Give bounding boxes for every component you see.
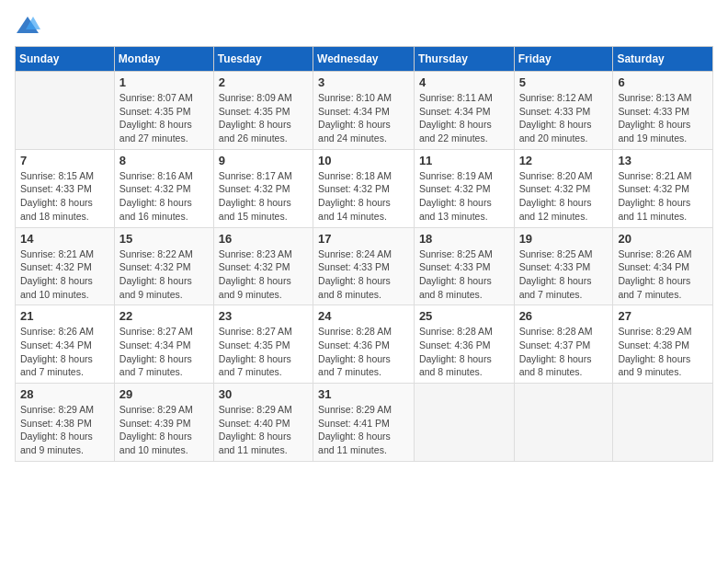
calendar-cell: 2Sunrise: 8:09 AMSunset: 4:35 PMDaylight… — [213, 72, 313, 150]
calendar-cell: 27Sunrise: 8:29 AMSunset: 4:38 PMDayligh… — [613, 305, 713, 384]
calendar-cell: 8Sunrise: 8:16 AMSunset: 4:32 PMDaylight… — [114, 149, 213, 227]
day-info: Sunrise: 8:29 AMSunset: 4:41 PMDaylight:… — [318, 403, 409, 457]
calendar-cell — [414, 384, 514, 462]
day-info: Sunrise: 8:20 AMSunset: 4:32 PMDaylight:… — [519, 169, 609, 224]
day-info: Sunrise: 8:17 AMSunset: 4:32 PMDaylight:… — [219, 169, 308, 224]
day-number: 6 — [618, 75, 708, 89]
calendar-cell: 22Sunrise: 8:27 AMSunset: 4:34 PMDayligh… — [114, 305, 213, 384]
calendar-cell: 19Sunrise: 8:25 AMSunset: 4:33 PMDayligh… — [514, 227, 613, 305]
calendar-week-5: 28Sunrise: 8:29 AMSunset: 4:38 PMDayligh… — [16, 384, 713, 462]
calendar-cell: 13Sunrise: 8:21 AMSunset: 4:32 PMDayligh… — [613, 149, 713, 227]
day-info: Sunrise: 8:27 AMSunset: 4:35 PMDaylight:… — [219, 325, 308, 379]
day-number: 2 — [219, 75, 308, 89]
day-number: 31 — [318, 387, 409, 401]
day-info: Sunrise: 8:28 AMSunset: 4:36 PMDaylight:… — [419, 325, 509, 379]
calendar-cell: 17Sunrise: 8:24 AMSunset: 4:33 PMDayligh… — [313, 227, 415, 305]
day-number: 13 — [618, 154, 708, 167]
logo — [15, 15, 44, 37]
day-info: Sunrise: 8:21 AMSunset: 4:32 PMDaylight:… — [20, 247, 109, 302]
calendar-cell: 3Sunrise: 8:10 AMSunset: 4:34 PMDaylight… — [313, 72, 415, 150]
day-info: Sunrise: 8:26 AMSunset: 4:34 PMDaylight:… — [618, 247, 708, 302]
day-info: Sunrise: 8:25 AMSunset: 4:33 PMDaylight:… — [419, 247, 509, 302]
day-number: 5 — [519, 75, 609, 89]
day-info: Sunrise: 8:29 AMSunset: 4:39 PMDaylight:… — [119, 403, 209, 457]
day-number: 7 — [20, 154, 109, 167]
calendar-cell: 4Sunrise: 8:11 AMSunset: 4:34 PMDaylight… — [414, 72, 514, 150]
weekday-header-friday: Friday — [514, 47, 613, 72]
calendar-cell: 1Sunrise: 8:07 AMSunset: 4:35 PMDaylight… — [114, 72, 213, 150]
day-number: 17 — [318, 232, 409, 246]
day-info: Sunrise: 8:21 AMSunset: 4:32 PMDaylight:… — [618, 169, 708, 224]
day-info: Sunrise: 8:11 AMSunset: 4:34 PMDaylight:… — [419, 91, 509, 145]
weekday-header-tuesday: Tuesday — [213, 47, 313, 72]
calendar-cell: 12Sunrise: 8:20 AMSunset: 4:32 PMDayligh… — [514, 149, 613, 227]
day-number: 15 — [119, 232, 209, 246]
day-info: Sunrise: 8:23 AMSunset: 4:32 PMDaylight:… — [219, 247, 308, 302]
day-number: 22 — [119, 309, 209, 323]
calendar-cell: 23Sunrise: 8:27 AMSunset: 4:35 PMDayligh… — [213, 305, 313, 384]
weekday-header-thursday: Thursday — [414, 47, 514, 72]
calendar-week-1: 1Sunrise: 8:07 AMSunset: 4:35 PMDaylight… — [16, 72, 713, 150]
day-number: 12 — [519, 154, 609, 167]
day-info: Sunrise: 8:15 AMSunset: 4:33 PMDaylight:… — [20, 169, 109, 224]
calendar-cell: 21Sunrise: 8:26 AMSunset: 4:34 PMDayligh… — [16, 305, 115, 384]
weekday-header-row: SundayMondayTuesdayWednesdayThursdayFrid… — [16, 47, 713, 72]
calendar-cell: 20Sunrise: 8:26 AMSunset: 4:34 PMDayligh… — [613, 227, 713, 305]
weekday-header-monday: Monday — [114, 47, 213, 72]
day-number: 20 — [618, 232, 708, 246]
day-info: Sunrise: 8:24 AMSunset: 4:33 PMDaylight:… — [318, 247, 409, 302]
day-info: Sunrise: 8:13 AMSunset: 4:33 PMDaylight:… — [618, 91, 708, 145]
day-info: Sunrise: 8:09 AMSunset: 4:35 PMDaylight:… — [219, 91, 308, 145]
day-info: Sunrise: 8:26 AMSunset: 4:34 PMDaylight:… — [20, 325, 109, 379]
day-info: Sunrise: 8:29 AMSunset: 4:38 PMDaylight:… — [618, 325, 708, 379]
day-info: Sunrise: 8:12 AMSunset: 4:33 PMDaylight:… — [519, 91, 609, 145]
calendar-cell: 5Sunrise: 8:12 AMSunset: 4:33 PMDaylight… — [514, 72, 613, 150]
calendar-cell: 31Sunrise: 8:29 AMSunset: 4:41 PMDayligh… — [313, 384, 415, 462]
calendar-cell: 26Sunrise: 8:28 AMSunset: 4:37 PMDayligh… — [514, 305, 613, 384]
calendar-week-3: 14Sunrise: 8:21 AMSunset: 4:32 PMDayligh… — [16, 227, 713, 305]
calendar-cell: 14Sunrise: 8:21 AMSunset: 4:32 PMDayligh… — [16, 227, 115, 305]
day-info: Sunrise: 8:18 AMSunset: 4:32 PMDaylight:… — [318, 169, 409, 224]
day-number: 30 — [219, 387, 308, 401]
day-number: 10 — [318, 154, 409, 167]
weekday-header-saturday: Saturday — [613, 47, 713, 72]
day-number: 16 — [219, 232, 308, 246]
calendar-cell: 16Sunrise: 8:23 AMSunset: 4:32 PMDayligh… — [213, 227, 313, 305]
day-number: 4 — [419, 75, 509, 89]
day-number: 19 — [519, 232, 609, 246]
weekday-header-wednesday: Wednesday — [313, 47, 415, 72]
weekday-header-sunday: Sunday — [16, 47, 115, 72]
day-number: 1 — [119, 75, 209, 89]
day-info: Sunrise: 8:19 AMSunset: 4:32 PMDaylight:… — [419, 169, 509, 224]
calendar-cell — [16, 72, 115, 150]
calendar-header: SundayMondayTuesdayWednesdayThursdayFrid… — [16, 47, 713, 72]
calendar-cell: 15Sunrise: 8:22 AMSunset: 4:32 PMDayligh… — [114, 227, 213, 305]
day-info: Sunrise: 8:22 AMSunset: 4:32 PMDaylight:… — [119, 247, 209, 302]
day-number: 21 — [20, 309, 109, 323]
calendar-cell: 28Sunrise: 8:29 AMSunset: 4:38 PMDayligh… — [16, 384, 115, 462]
day-info: Sunrise: 8:25 AMSunset: 4:33 PMDaylight:… — [519, 247, 609, 302]
calendar-table: SundayMondayTuesdayWednesdayThursdayFrid… — [15, 46, 713, 462]
day-info: Sunrise: 8:27 AMSunset: 4:34 PMDaylight:… — [119, 325, 209, 379]
calendar-cell: 9Sunrise: 8:17 AMSunset: 4:32 PMDaylight… — [213, 149, 313, 227]
day-info: Sunrise: 8:07 AMSunset: 4:35 PMDaylight:… — [119, 91, 209, 145]
day-number: 23 — [219, 309, 308, 323]
calendar-cell — [613, 384, 713, 462]
calendar-cell: 18Sunrise: 8:25 AMSunset: 4:33 PMDayligh… — [414, 227, 514, 305]
day-number: 8 — [119, 154, 209, 167]
calendar-week-4: 21Sunrise: 8:26 AMSunset: 4:34 PMDayligh… — [16, 305, 713, 384]
calendar-cell — [514, 384, 613, 462]
day-number: 11 — [419, 154, 509, 167]
calendar-cell: 10Sunrise: 8:18 AMSunset: 4:32 PMDayligh… — [313, 149, 415, 227]
calendar-cell: 29Sunrise: 8:29 AMSunset: 4:39 PMDayligh… — [114, 384, 213, 462]
calendar-cell: 25Sunrise: 8:28 AMSunset: 4:36 PMDayligh… — [414, 305, 514, 384]
calendar-cell: 30Sunrise: 8:29 AMSunset: 4:40 PMDayligh… — [213, 384, 313, 462]
page-header — [15, 15, 713, 37]
calendar-body: 1Sunrise: 8:07 AMSunset: 4:35 PMDaylight… — [16, 72, 713, 462]
day-number: 14 — [20, 232, 109, 246]
day-number: 24 — [318, 309, 409, 323]
day-number: 27 — [618, 309, 708, 323]
calendar-cell: 24Sunrise: 8:28 AMSunset: 4:36 PMDayligh… — [313, 305, 415, 384]
calendar-cell: 7Sunrise: 8:15 AMSunset: 4:33 PMDaylight… — [16, 149, 115, 227]
day-info: Sunrise: 8:16 AMSunset: 4:32 PMDaylight:… — [119, 169, 209, 224]
